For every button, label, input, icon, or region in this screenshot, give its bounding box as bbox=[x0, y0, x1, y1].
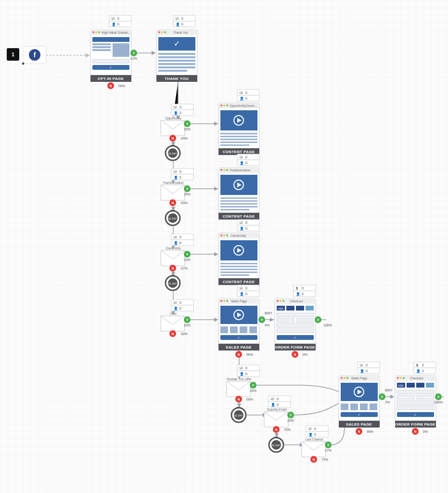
svg-text:☑: ☑ bbox=[240, 286, 243, 290]
svg-text:CONTENT PAGE: CONTENT PAGE bbox=[223, 214, 255, 219]
svg-text:Last Chance: Last Chance bbox=[306, 438, 323, 441]
svg-text:👤: 👤 bbox=[271, 402, 275, 407]
svg-text:01 DAY: 01 DAY bbox=[169, 152, 178, 155]
svg-point-335 bbox=[403, 377, 405, 379]
svg-text:✓: ✓ bbox=[294, 336, 296, 339]
timer-3[interactable]: 01 DAY bbox=[166, 275, 180, 290]
svg-text:👤: 👤 bbox=[240, 96, 244, 101]
svg-text:0: 0 bbox=[117, 17, 119, 20]
svg-text:0: 0 bbox=[179, 307, 181, 310]
svg-rect-18 bbox=[92, 43, 111, 45]
svg-text:👤: 👤 bbox=[174, 241, 178, 245]
svg-text:0: 0 bbox=[366, 369, 368, 373]
svg-text:☑: ☑ bbox=[240, 91, 243, 94]
start-index: 1 bbox=[12, 52, 14, 57]
timer-2[interactable]: 01 DAY bbox=[166, 210, 180, 225]
svg-text:Transformation: Transformation bbox=[163, 181, 184, 184]
svg-text:0: 0 bbox=[302, 286, 304, 290]
svg-text:👤: 👤 bbox=[416, 369, 421, 373]
svg-rect-170 bbox=[171, 275, 175, 276]
svg-text:☑: ☑ bbox=[174, 301, 177, 304]
svg-point-304 bbox=[341, 377, 343, 379]
svg-text:N: N bbox=[171, 267, 174, 270]
svg-rect-234 bbox=[277, 324, 314, 327]
svg-text:👤: 👤 bbox=[174, 111, 178, 115]
svg-text:☑: ☑ bbox=[240, 366, 243, 370]
svg-point-5 bbox=[22, 63, 25, 65]
svg-point-41 bbox=[161, 31, 163, 33]
svg-rect-50 bbox=[158, 66, 195, 68]
svg-text:N: N bbox=[109, 84, 112, 88]
svg-text:✓: ✓ bbox=[358, 413, 360, 416]
svg-rect-48 bbox=[158, 60, 195, 62]
svg-text:Y: Y bbox=[261, 318, 263, 322]
svg-text:Opportunity/Journ...: Opportunity/Journ... bbox=[230, 104, 257, 108]
timer-1[interactable]: 01 DAY bbox=[166, 145, 180, 160]
svg-rect-122 bbox=[220, 200, 257, 202]
svg-rect-51 bbox=[158, 70, 187, 72]
svg-text:👤: 👤 bbox=[240, 292, 244, 296]
svg-rect-20 bbox=[92, 49, 111, 51]
svg-text:N: N bbox=[237, 353, 240, 356]
svg-rect-160 bbox=[220, 263, 257, 264]
svg-text:Y: Y bbox=[290, 414, 292, 417]
facebook-icon: f bbox=[34, 51, 36, 59]
svg-rect-164 bbox=[220, 274, 249, 276]
svg-text:0: 0 bbox=[179, 235, 181, 239]
svg-rect-311 bbox=[350, 403, 358, 410]
svg-text:THANK YOU: THANK YOU bbox=[165, 77, 189, 81]
svg-text:35%: 35% bbox=[184, 193, 191, 196]
svg-text:0: 0 bbox=[179, 170, 181, 173]
svg-text:Y: Y bbox=[186, 122, 189, 126]
svg-text:N: N bbox=[312, 458, 315, 461]
svg-text:0: 0 bbox=[422, 363, 424, 367]
svg-point-78 bbox=[226, 104, 228, 106]
svg-text:0: 0 bbox=[179, 105, 181, 109]
svg-text:👤: 👤 bbox=[174, 306, 178, 311]
svg-rect-82 bbox=[220, 133, 257, 134]
svg-rect-47 bbox=[158, 56, 195, 58]
svg-text:✓: ✓ bbox=[174, 39, 180, 48]
svg-rect-162 bbox=[220, 269, 257, 270]
svg-text:N: N bbox=[275, 428, 277, 431]
svg-point-77 bbox=[223, 104, 225, 106]
svg-text:0: 0 bbox=[314, 433, 316, 436]
svg-point-334 bbox=[400, 377, 402, 379]
timer-4[interactable]: 01 DAY bbox=[231, 407, 246, 422]
svg-text:Scarcity Email: Scarcity Email bbox=[267, 408, 287, 412]
svg-rect-263 bbox=[237, 407, 241, 408]
svg-point-156 bbox=[226, 234, 228, 236]
optin-footer: OPT-IN PAGE bbox=[98, 77, 124, 81]
svg-text:👤: 👤 bbox=[240, 226, 244, 231]
svg-text:Thank You: Thank You bbox=[173, 31, 188, 34]
svg-text:0: 0 bbox=[117, 23, 119, 26]
svg-point-14 bbox=[92, 31, 94, 33]
svg-rect-86 bbox=[220, 144, 249, 146]
svg-text:Restate The Offer: Restate The Offer bbox=[227, 377, 252, 381]
svg-point-224 bbox=[282, 300, 284, 302]
svg-text:✓: ✓ bbox=[414, 413, 417, 416]
svg-text:☑: ☑ bbox=[360, 363, 363, 367]
svg-text:01 DAY: 01 DAY bbox=[169, 282, 178, 285]
svg-rect-46 bbox=[158, 53, 195, 55]
svg-rect-310 bbox=[341, 403, 348, 410]
svg-text:VISA: VISA bbox=[398, 384, 404, 387]
svg-rect-123 bbox=[220, 203, 257, 205]
svg-text:0: 0 bbox=[179, 176, 181, 179]
svg-rect-313 bbox=[370, 403, 377, 410]
svg-point-16 bbox=[98, 31, 100, 33]
svg-text:Checkout: Checkout bbox=[410, 376, 423, 380]
svg-point-40 bbox=[158, 31, 160, 33]
svg-text:30%: 30% bbox=[287, 419, 294, 422]
svg-text:68%: 68% bbox=[181, 332, 188, 336]
svg-text:N: N bbox=[414, 430, 416, 433]
svg-text:01 DAY: 01 DAY bbox=[235, 414, 243, 417]
svg-text:0: 0 bbox=[245, 286, 247, 290]
timer-5[interactable]: 01 DAY bbox=[269, 437, 283, 452]
svg-point-305 bbox=[344, 377, 346, 379]
svg-text:0: 0 bbox=[422, 369, 424, 373]
svg-rect-235 bbox=[277, 329, 314, 333]
svg-text:👤: 👤 bbox=[174, 175, 178, 180]
svg-rect-84 bbox=[220, 139, 257, 140]
svg-text:☑: ☑ bbox=[240, 156, 243, 159]
